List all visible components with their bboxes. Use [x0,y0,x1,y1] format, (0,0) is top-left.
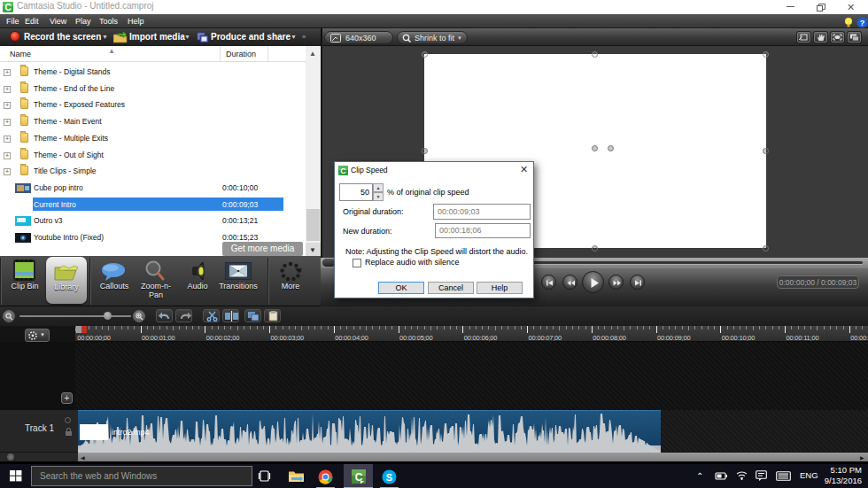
svg-text:?: ? [860,19,865,27]
svg-text:C: C [340,167,346,175]
svg-text:C: C [4,3,11,12]
svg-text:S: S [386,472,392,483]
